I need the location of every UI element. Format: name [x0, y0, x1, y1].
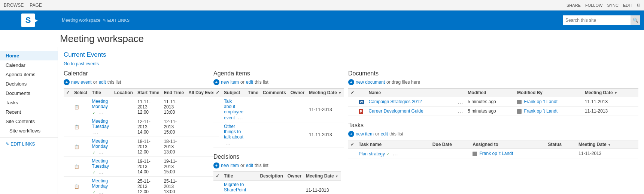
agenda-row: Other things to talk about ... 11-11-201…	[213, 122, 344, 147]
browse-tab[interactable]: BROWSE	[4, 3, 24, 8]
doc-th-meetdate[interactable]: Meeting Date ▼	[583, 89, 638, 97]
dec-th-desc[interactable]: Desciption	[258, 172, 285, 180]
search-button[interactable]: 🔍	[631, 15, 640, 25]
sidebar-edit-links[interactable]: ✎ EDIT LINKS	[0, 140, 58, 149]
cal-th-start[interactable]: Start Time	[135, 89, 161, 97]
decisions-add-icon[interactable]: +	[213, 162, 219, 168]
cal-check-cell	[64, 117, 72, 137]
ag-th-time[interactable]: Time	[246, 89, 261, 97]
cal-title-link[interactable]: Meeting Monday	[92, 138, 108, 149]
middle-section: Agenda items + new item or edit this lis…	[213, 70, 341, 194]
ag-th-subject[interactable]: Subject	[222, 89, 246, 97]
ag-th-comments[interactable]: Comments	[261, 89, 288, 97]
dec-title-link[interactable]: Migrate to SharePoint 2013	[224, 182, 246, 194]
cal-dots-menu[interactable]: ...	[93, 129, 99, 135]
task-note: ✓	[387, 152, 390, 156]
doc-dots-menu[interactable]: ...	[458, 108, 464, 114]
cal-start-cell: 19-11-2013 14:00	[135, 157, 161, 177]
fullscreen-button[interactable]: ⊡	[637, 3, 640, 8]
cal-th-location[interactable]: Location	[112, 89, 135, 97]
sidebar-item-site-contents[interactable]: Site Contents	[0, 117, 58, 126]
sidebar-item-documents[interactable]: Documents	[0, 89, 58, 98]
edit-links-header[interactable]: ✎ EDIT LINKS	[103, 18, 130, 23]
follow-button[interactable]: FOLLOW	[585, 3, 602, 8]
task-th-due[interactable]: Due Date	[430, 140, 470, 149]
cal-title-link[interactable]: Meeting Monday	[92, 99, 108, 109]
sync-button[interactable]: SYNC	[607, 3, 619, 8]
ag-dots-menu[interactable]: ...	[225, 140, 231, 146]
agenda-table: ✓ Subject Time Comments Owner Meeting Da…	[213, 88, 344, 147]
breadcrumb-link[interactable]: Meeting workspace	[62, 18, 100, 23]
doc-modby-link[interactable]: Frank op 't Landt	[524, 108, 558, 114]
sidebar-item-recent[interactable]: Recent	[0, 107, 58, 117]
decisions-new-link[interactable]: new item	[221, 163, 239, 168]
calendar-new-link[interactable]: new event	[71, 80, 92, 85]
agenda-add-icon[interactable]: +	[213, 79, 219, 85]
ag-subject-link[interactable]: Other things to talk about	[224, 124, 243, 140]
cal-dots-menu[interactable]: ...	[98, 109, 104, 115]
edit-button[interactable]: EDIT	[623, 3, 632, 8]
doc-modby-link[interactable]: Frank op 't Landt	[524, 99, 558, 104]
go-to-past-link[interactable]: Go to past events	[64, 61, 99, 66]
doc-th-modby[interactable]: Modified By	[515, 89, 583, 97]
task-assigned-link[interactable]: Frank op 't Landt	[480, 151, 513, 156]
sidebar-item-tasks[interactable]: Tasks	[0, 98, 58, 107]
agenda-edit-link[interactable]: edit	[246, 80, 253, 85]
dec-dots-menu[interactable]: ...	[237, 192, 242, 194]
documents-add-icon[interactable]: +	[348, 79, 354, 85]
cal-dots-menu[interactable]: ...	[98, 189, 104, 194]
tasks-add-icon[interactable]: +	[348, 131, 354, 137]
cal-check-cell	[64, 177, 72, 194]
dec-th-title[interactable]: Title	[222, 172, 258, 180]
cal-dots-menu[interactable]: ...	[98, 149, 104, 155]
doc-dots-menu[interactable]: ...	[458, 99, 464, 105]
doc-th-modified[interactable]: Modified	[465, 89, 515, 97]
task-th-assigned[interactable]: Assigned to	[470, 140, 546, 149]
task-dots-menu[interactable]: ...	[393, 150, 398, 156]
cal-title-link[interactable]: Meeting Tuesday	[92, 119, 109, 129]
cal-title-link[interactable]: Meeting Monday	[92, 178, 108, 189]
sidebar-item-site-workflows[interactable]: Site workflows	[0, 126, 58, 135]
cal-th-title[interactable]: Title	[89, 89, 112, 97]
dec-th-meetdate[interactable]: Meeting Date ▼	[304, 172, 341, 180]
logo-box[interactable]: S	[0, 11, 56, 30]
sidebar-item-agenda[interactable]: Agenda items	[0, 70, 58, 79]
dec-th-owner[interactable]: Owner	[285, 172, 304, 180]
calendar-add-icon[interactable]: +	[64, 79, 70, 85]
ag-th-owner[interactable]: Owner	[288, 89, 307, 97]
calendar-edit-link[interactable]: edit	[98, 80, 106, 85]
sidebar-item-decisions[interactable]: Decisions	[0, 79, 58, 89]
cal-title-link[interactable]: Meeting Tuesday	[92, 158, 109, 169]
doc-modby-cell: Frank op 't Landt	[515, 97, 583, 107]
cal-th-end[interactable]: End Time	[161, 89, 186, 97]
doc-th-check: ✓	[348, 89, 356, 97]
share-button[interactable]: SHARE	[566, 3, 581, 8]
doc-name-link[interactable]: Career Development Guide	[369, 108, 423, 114]
calendar-row: 📋 Meeting Monday ✓ ... 11-11-2013 12:00 …	[64, 97, 219, 117]
user-avatar-icon	[517, 100, 522, 104]
documents-new-link[interactable]: new document	[356, 80, 385, 85]
task-th-name[interactable]: Task name	[356, 140, 430, 149]
doc-th-name[interactable]: Name	[367, 89, 456, 97]
cal-dots-menu[interactable]: ...	[98, 169, 104, 175]
search-input[interactable]	[563, 15, 631, 25]
decisions-edit-link[interactable]: edit	[246, 163, 253, 168]
cal-title-cell: Meeting Monday ✓ ...	[89, 177, 112, 194]
tasks-new-link[interactable]: new item	[356, 131, 374, 137]
tasks-section: Tasks + new item or edit this list ✓ Tas…	[348, 122, 638, 158]
tasks-title: Tasks	[348, 122, 638, 129]
task-th-meetdate[interactable]: Meeting Date ▼	[576, 140, 638, 149]
ag-th-meetdate[interactable]: Meeting Date ▼	[307, 89, 344, 97]
page-tab[interactable]: PAGE	[30, 3, 42, 8]
ag-dots-menu[interactable]: ...	[238, 114, 243, 120]
agenda-new-link[interactable]: new item	[221, 80, 239, 85]
doc-name-link[interactable]: Campaign Strategies 2012	[369, 99, 422, 104]
task-name-link[interactable]: Plan strategy	[359, 151, 385, 156]
tasks-edit-link[interactable]: edit	[381, 131, 388, 137]
task-th-status[interactable]: Status	[546, 140, 576, 149]
doc-modified-cell: 5 minutes ago	[465, 107, 515, 116]
ag-subject-cell: Other things to talk about ...	[222, 122, 246, 147]
doc-type-icon: W	[359, 100, 364, 104]
sidebar-item-home[interactable]: Home	[0, 51, 58, 60]
sidebar-item-calendar[interactable]: Calendar	[0, 60, 58, 70]
